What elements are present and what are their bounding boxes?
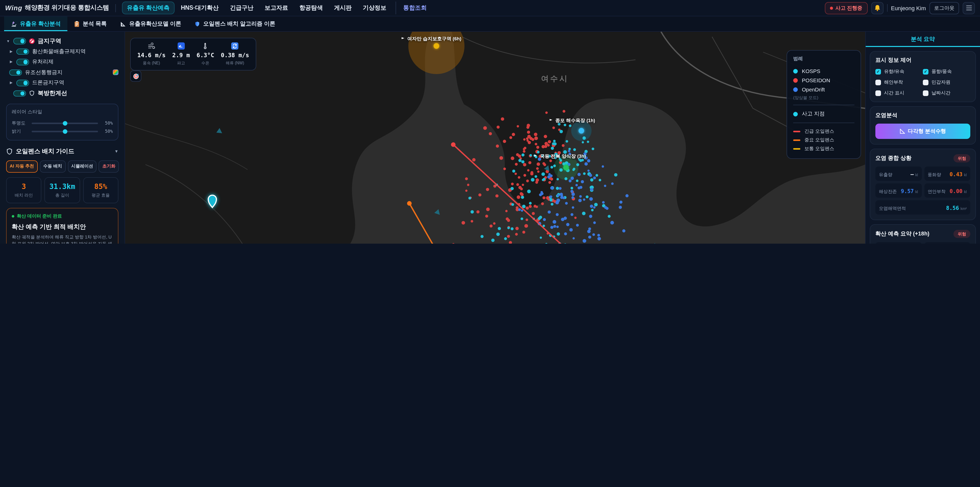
triangle-ruler-icon	[120, 21, 126, 27]
nav-item-기상정보[interactable]: 기상정보	[358, 2, 391, 14]
analysis-panel: 분석 요약 표시 정보 제어 ✓유향/유속✓풍향/풍속✓해안부착✓민감자원✓시간…	[865, 32, 980, 244]
layer-label: 유조선통행금지	[25, 69, 62, 76]
checkbox-checked-icon[interactable]: ✓	[875, 69, 881, 75]
layer-row-황산화물배출규제지역: ▶황산화물배출규제지역	[6, 46, 118, 57]
checkbox-icon[interactable]: ✓	[923, 80, 928, 85]
row-value-wrap: 9.57kl	[901, 186, 918, 195]
fence-name: 중요 오일펜스	[804, 137, 834, 144]
checkbox-label: 유향/유속	[884, 69, 904, 75]
slider-knob[interactable]	[63, 129, 67, 134]
incident-dot-icon	[793, 112, 798, 116]
tab-label: 유출유확산모델 이론	[129, 20, 181, 27]
polygon-analysis-button[interactable]: 다각형 분석수행	[875, 124, 970, 139]
checkbox-해안부착[interactable]: ✓해안부착	[875, 79, 923, 86]
weather-item-해류 (NW): 0.38 m/s해류 (NW)	[221, 42, 249, 66]
slider-value: 50%	[102, 121, 113, 126]
legend-incident: 사고 지점	[793, 109, 854, 118]
guide-tab-초기화[interactable]: 초기화	[99, 160, 119, 172]
weather-value: 14.6 m/s	[137, 51, 165, 59]
layer-toggle-황산화물배출규제지역[interactable]	[16, 48, 29, 55]
fence-guide-header[interactable]: 오일펜스 배치 가이드 ▼	[6, 147, 118, 156]
danger-badge: 위험	[954, 154, 970, 163]
tab-분석 목록[interactable]: 분석 목록	[67, 16, 113, 31]
checkbox-유향/유속[interactable]: ✓유향/유속	[875, 69, 923, 75]
wave-icon	[177, 42, 185, 49]
checkbox-icon[interactable]: ✓	[923, 90, 928, 96]
slider-label: 밝기	[12, 128, 28, 134]
ruler-icon	[900, 129, 905, 134]
nav-item-긴급구난[interactable]: 긴급구난	[225, 2, 259, 14]
layer-toggle-유처리제[interactable]	[16, 59, 29, 65]
shield-icon	[6, 148, 13, 155]
weather-item-수온: 6.3°C수온	[197, 42, 214, 66]
hamburger-icon	[966, 7, 972, 8]
fence-guide-title: 오일펜스 배치 가이드	[16, 147, 74, 156]
checkbox-label: 시간 표시	[884, 90, 904, 97]
map-canvas[interactable]: 여수시화정면돌산읍 여자만 습지보호구역 (6h)종포 해수욕장 (1h)국동 …	[125, 32, 865, 244]
slider-row-투명도: 투명도50%	[12, 119, 113, 127]
chevron-right-icon[interactable]: ▶	[9, 60, 13, 64]
poi-dot-icon	[563, 165, 569, 170]
layer-toggle-북방한계선[interactable]	[13, 90, 26, 97]
layer-label: 북방한계선	[38, 89, 67, 97]
layer-toggle-드론금지구역[interactable]	[16, 80, 29, 86]
app-header: Wing 해양환경 위기대응 통합시스템 유출유 확산예측HNS·대기확산긴급구…	[0, 0, 980, 16]
nav-item-HNS·대기확산[interactable]: HNS·대기확산	[176, 2, 224, 14]
checkbox-icon[interactable]: ✓	[875, 90, 881, 96]
layer-toggle-유조선통행금지[interactable]	[9, 69, 22, 76]
slider-knob[interactable]	[63, 121, 67, 125]
guide-tab-시뮬레이션[interactable]: 시뮬레이션	[68, 160, 97, 172]
tab-analysis-summary[interactable]: 분석 요약	[865, 32, 980, 47]
shield-icon	[29, 91, 35, 96]
layer-toggle-금지구역[interactable]	[13, 38, 26, 44]
nav-item-보고자료[interactable]: 보고자료	[259, 2, 293, 14]
locate-incident-button[interactable]	[130, 70, 142, 82]
checkbox-풍향/풍속[interactable]: ✓풍향/풍속	[923, 69, 970, 75]
logout-button[interactable]: 로그아웃	[929, 2, 959, 14]
checkbox-시간 표시[interactable]: ✓시간 표시	[875, 90, 923, 97]
chevron-right-icon[interactable]: ▶	[9, 81, 13, 85]
nav-item-게시판[interactable]: 게시판	[329, 2, 357, 14]
microscope-icon	[11, 21, 17, 27]
tab-오일펜스 배치 알고리즘 이론[interactable]: 오일펜스 배치 알고리즘 이론	[188, 16, 282, 31]
poi-text: 국동 전복 양식장 (3h)	[540, 153, 586, 160]
row-label: 해상잔존	[879, 189, 897, 195]
pollution-row-연안부착: 연안부착0.00kl	[924, 184, 970, 198]
row-unit: km²	[961, 206, 967, 211]
guide-tab-수동 배치[interactable]: 수동 배치	[40, 160, 66, 172]
checkbox-민감자원[interactable]: ✓민감자원	[923, 79, 970, 86]
legend-model-OpenDrift: OpenDrift	[793, 85, 854, 94]
layer-label: 유처리제	[32, 59, 54, 65]
incident-status-badge[interactable]: 사고 진행중	[824, 2, 867, 14]
row-label: 풍화량	[928, 172, 941, 178]
clipboard-icon	[74, 21, 80, 27]
poi-dot-icon	[579, 128, 584, 134]
pollution-row-해상잔존: 해상잔존9.57kl	[875, 184, 921, 198]
pollution-status-card: 오염 종합 상황 위험 유출량—kl풍화량0.43kl해상잔존9.57kl연안부…	[870, 148, 976, 220]
layer-color-swatch[interactable]	[113, 70, 118, 75]
poi-label[interactable]: 종포 해수욕장 (1h)	[549, 118, 595, 124]
checkbox-checked-icon[interactable]: ✓	[923, 69, 928, 75]
slider-밝기[interactable]	[32, 131, 98, 132]
tab-유출유확산모델 이론[interactable]: 유출유확산모델 이론	[113, 16, 188, 31]
poi-label[interactable]: 국동 전복 양식장 (3h)	[533, 153, 586, 160]
menu-button[interactable]	[963, 2, 975, 14]
fence-line-swatch	[793, 139, 800, 141]
nav-item-유출유 확산예측[interactable]: 유출유 확산예측	[122, 2, 175, 14]
data-ready-label: 확산 데이터 준비 완료	[17, 213, 62, 220]
slider-투명도[interactable]	[32, 122, 98, 124]
notifications-button[interactable]	[871, 2, 883, 14]
checkbox-icon[interactable]: ✓	[875, 80, 881, 85]
layer-label: 황산화물배출규제지역	[32, 48, 86, 55]
layer-row-북방한계선: 북방한계선	[6, 88, 118, 99]
chevron-right-icon[interactable]: ▶	[9, 49, 13, 54]
tab-유출유 확산분석[interactable]: 유출유 확산분석	[4, 16, 67, 31]
fence-name: 긴급 오일펜스	[804, 128, 834, 135]
checkbox-날짜시간[interactable]: ✓날짜시간	[923, 90, 970, 97]
guide-tab-AI 자동 추천[interactable]: AI 자동 추천	[6, 160, 38, 172]
forecast-cell-영향 면적: 4.7 km²영향 면적	[875, 242, 921, 244]
nav-item-항공탐색[interactable]: 항공탐색	[294, 2, 328, 14]
chevron-down-icon[interactable]: ▼	[6, 39, 10, 43]
poi-label[interactable]: 여자만 습지보호구역 (6h)	[401, 36, 461, 42]
nav-item-통합조회[interactable]: 통합조회	[396, 2, 432, 14]
